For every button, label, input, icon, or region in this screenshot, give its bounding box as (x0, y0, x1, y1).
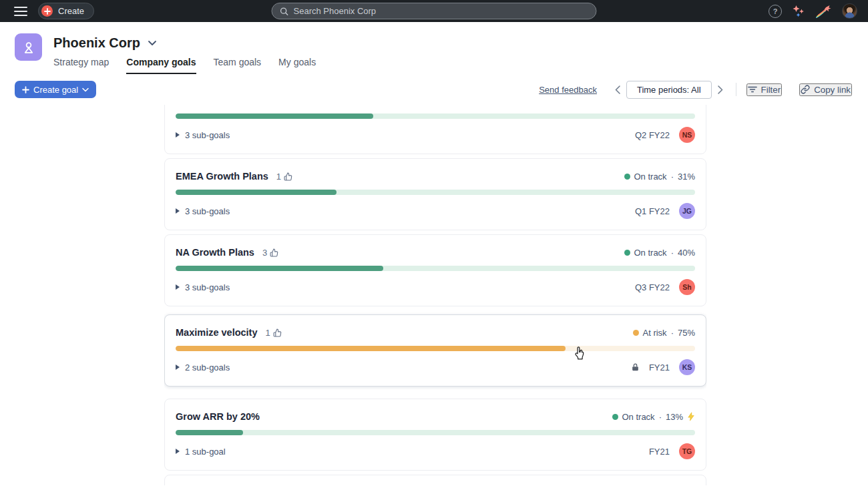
goal-votes-button[interactable]: 1 (266, 328, 282, 338)
toolbar-right: Send feedback Time periods: All Filter C… (539, 81, 852, 99)
goal-owner-avatar[interactable]: KS (679, 359, 695, 375)
thumbs-up-icon (273, 328, 282, 337)
chevron-down-icon[interactable] (148, 40, 157, 46)
goal-votes-button[interactable]: 3 (262, 248, 278, 258)
goal-votes-button[interactable]: 1 (276, 172, 292, 182)
ai-sparkle-icon[interactable] (791, 5, 806, 18)
user-avatar[interactable] (842, 3, 857, 19)
page-title: Phoenix Corp (53, 35, 140, 51)
workspace-icon (15, 33, 42, 61)
expand-subgoals-button[interactable]: 1 sub-goal (176, 447, 226, 457)
hamburger-menu-icon[interactable] (14, 7, 27, 16)
chevron-right-icon (176, 208, 180, 214)
progress-fill (176, 266, 383, 271)
status-dot (633, 330, 639, 336)
goal-list: · 3 sub-goals Q2 FY22 NS (164, 105, 706, 485)
goal-status: On track · 13% (612, 412, 696, 422)
goal-card[interactable]: Grow ARR by 20% On track · 13% (164, 399, 706, 471)
help-icon[interactable]: ? (769, 5, 782, 18)
search-icon (280, 7, 289, 16)
status-separator: · (659, 412, 662, 422)
status-separator: · (671, 328, 674, 338)
status-label: On track (622, 412, 655, 422)
chevron-right-icon (176, 449, 180, 454)
tab-company-goals[interactable]: Company goals (126, 57, 196, 74)
previous-period-button[interactable] (609, 85, 626, 94)
goal-period: Q3 FY22 (635, 282, 670, 292)
thumbs-up-icon (284, 172, 292, 181)
goal-title[interactable]: Maximize velocity (176, 327, 258, 338)
goal-status: On track · 31% (624, 172, 696, 182)
create-goal-button[interactable]: Create goal (15, 81, 96, 98)
navbar-right-actions: ? (769, 3, 860, 19)
progress-bar (176, 346, 695, 351)
chevron-right-icon (176, 284, 180, 290)
votes-count: 1 (276, 172, 281, 182)
goal-card[interactable]: · 3 sub-goals Q2 FY22 NS (164, 105, 706, 154)
subgoals-label: 2 sub-goals (185, 362, 230, 373)
tab-strategy-map[interactable]: Strategy map (53, 57, 109, 74)
page-header: Phoenix Corp Strategy mapCompany goalsTe… (0, 22, 868, 74)
create-button[interactable]: Create (38, 3, 94, 19)
tab-bar: Strategy mapCompany goalsTeam goalsMy go… (53, 57, 316, 74)
tab-team-goals[interactable]: Team goals (214, 57, 262, 74)
goal-status: At risk · 75% (633, 328, 696, 338)
goal-period: FY21 (649, 447, 670, 457)
goal-owner-avatar[interactable]: Sh (679, 279, 695, 295)
lightning-icon (687, 412, 695, 421)
status-label: On track (634, 248, 667, 258)
plus-icon (22, 86, 29, 93)
status-percent: 40% (678, 248, 695, 258)
progress-fill (176, 190, 337, 195)
phoenix-mascot-icon[interactable] (815, 4, 833, 19)
global-search[interactable] (272, 3, 597, 19)
votes-count: 3 (262, 248, 267, 258)
goal-card[interactable]: NA Growth Plans 3 On track · 40% (164, 234, 706, 306)
goal-card[interactable]: · (164, 475, 706, 485)
goal-card[interactable]: EMEA Growth Plans 1 On track · 31% (164, 158, 706, 230)
progress-bar (176, 190, 695, 195)
thumbs-up-icon (270, 248, 278, 257)
goal-owner-avatar[interactable]: TG (679, 443, 695, 459)
filter-button[interactable]: Filter (746, 83, 783, 96)
chevron-right-icon (176, 364, 180, 370)
goal-period: Q1 FY22 (635, 206, 670, 216)
send-feedback-link[interactable]: Send feedback (539, 85, 597, 95)
goal-owner-avatar[interactable]: JG (679, 203, 695, 219)
copy-link-label: Copy link (814, 85, 851, 95)
goal-period: Q2 FY22 (635, 130, 670, 140)
goal-card[interactable]: Maximize velocity 1 At risk · 75% (164, 314, 706, 387)
copy-link-button[interactable]: Copy link (799, 83, 852, 96)
filter-label: Filter (761, 85, 781, 95)
subgoals-label: 3 sub-goals (185, 130, 230, 140)
votes-count: 1 (266, 328, 270, 338)
expand-subgoals-button[interactable]: 2 sub-goals (176, 362, 230, 373)
status-percent: 31% (678, 172, 695, 182)
status-percent: 75% (678, 328, 695, 338)
expand-subgoals-button[interactable]: 3 sub-goals (176, 282, 230, 292)
toolbar: Create goal Send feedback Time periods: … (0, 81, 868, 98)
progress-fill (176, 430, 243, 435)
lock-icon (631, 362, 640, 372)
search-input[interactable] (294, 6, 589, 16)
progress-fill (176, 113, 373, 119)
create-goal-label: Create goal (33, 85, 78, 95)
expand-subgoals-button[interactable]: 3 sub-goals (176, 206, 230, 216)
status-label: On track (634, 172, 667, 182)
expand-subgoals-button[interactable]: 3 sub-goals (176, 130, 230, 140)
link-icon (801, 85, 810, 94)
chevron-down-icon (82, 87, 89, 92)
subgoals-label: 3 sub-goals (185, 206, 230, 216)
divider (736, 83, 736, 96)
status-separator: · (671, 172, 674, 182)
goal-owner-avatar[interactable]: NS (679, 127, 695, 143)
goal-title[interactable]: Grow ARR by 20% (176, 411, 260, 422)
time-periods-dropdown[interactable]: Time periods: All (626, 81, 712, 99)
goal-title[interactable]: EMEA Growth Plans (176, 171, 268, 182)
status-label: At risk (643, 328, 667, 338)
next-period-button[interactable] (712, 85, 729, 94)
tab-my-goals[interactable]: My goals (278, 57, 316, 74)
status-dot (624, 174, 630, 180)
goal-title[interactable]: NA Growth Plans (176, 247, 254, 258)
status-separator: · (671, 248, 674, 258)
